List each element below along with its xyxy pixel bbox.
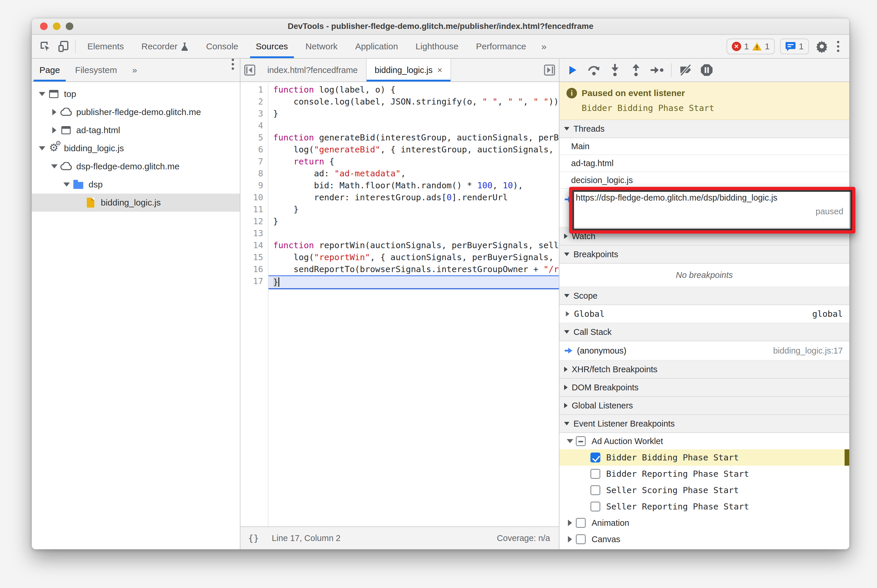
line-number[interactable]: 9 (241, 180, 263, 192)
line-number[interactable]: 6 (241, 144, 263, 156)
tab-lighthouse[interactable]: Lighthouse (407, 35, 467, 58)
checkbox-canvas[interactable] (576, 534, 586, 544)
tab-network[interactable]: Network (297, 35, 346, 58)
code-line[interactable]: log("reportWin", { auctionSignals, perBu… (273, 251, 559, 263)
inspect-element-icon[interactable] (38, 39, 53, 54)
deactivate-breakpoints-icon[interactable] (676, 61, 695, 80)
tab-performance[interactable]: Performance (467, 35, 535, 58)
section-scope[interactable]: Scope (560, 287, 849, 305)
section-threads[interactable]: Threads (560, 120, 849, 138)
section-global-listeners[interactable]: Global Listeners (560, 397, 849, 415)
section-event-listener-breakpoints[interactable]: Event Listener Breakpoints (560, 415, 849, 433)
code-line[interactable]: function reportWin(auctionSignals, perBu… (273, 239, 559, 251)
scroll-tabs-right-icon[interactable] (540, 58, 559, 81)
more-tabs-button[interactable]: » (535, 35, 554, 58)
code-line[interactable]: console.log(label, JSON.stringify(o, " "… (273, 96, 559, 108)
line-number[interactable]: 17 (241, 275, 263, 287)
step-over-icon[interactable] (585, 61, 603, 80)
code-line[interactable]: ad: "ad-metadata", (273, 168, 559, 180)
tab-console[interactable]: Console (197, 35, 247, 58)
line-number[interactable]: 11 (241, 204, 263, 216)
line-number[interactable]: 1 (241, 84, 263, 96)
line-number[interactable]: 7 (241, 156, 263, 168)
tab-sources[interactable]: Sources (247, 35, 297, 58)
thread-ad-tag[interactable]: ad-tag.html (560, 155, 849, 172)
code-line[interactable]: } (273, 108, 559, 120)
line-number[interactable]: 2 (241, 96, 263, 108)
more-navigator-tabs-button[interactable]: » (125, 58, 144, 81)
issues-badge[interactable]: 1 (780, 39, 809, 54)
code-line[interactable]: render: interestGroup.ads[0].renderUrl (273, 192, 559, 204)
tree-item-bidding-logic[interactable]: bidding_logic.js (32, 194, 240, 212)
tab-page[interactable]: Page (32, 58, 68, 81)
chevron-down-icon[interactable] (63, 183, 70, 186)
call-stack-frame[interactable]: (anonymous) bidding_logic.js:17 (560, 341, 849, 361)
code-line[interactable]: sendReportTo(browserSignals.interestGrou… (273, 263, 559, 275)
code-line[interactable]: function log(label, o) { (273, 84, 559, 96)
checkbox-animation[interactable] (576, 518, 586, 528)
code-line[interactable]: return { (273, 156, 559, 168)
editor-tab-bidding-logic[interactable]: bidding_logic.js × (366, 58, 451, 81)
line-number[interactable]: 5 (241, 132, 263, 144)
editor-tab-index-html[interactable]: index.html?fencedframe (259, 58, 366, 81)
chevron-right-icon[interactable] (568, 536, 572, 543)
tab-elements[interactable]: Elements (78, 35, 132, 58)
line-number[interactable]: 13 (241, 227, 263, 239)
device-toolbar-icon[interactable] (56, 39, 71, 54)
line-number[interactable]: 8 (241, 168, 263, 180)
pretty-print-icon[interactable]: {} (248, 533, 259, 543)
code-line[interactable]: } (268, 275, 559, 290)
chevron-down-icon[interactable] (39, 92, 45, 96)
line-number[interactable]: 10 (241, 192, 263, 204)
tree-item-dsp-folder[interactable]: dsp (32, 176, 240, 194)
thread-decision-logic[interactable]: decision_logic.js (560, 172, 849, 189)
tree-item-top[interactable]: top (32, 85, 240, 103)
checkbox-seller-scoring-phase-start[interactable] (590, 485, 600, 495)
code-line[interactable]: } (273, 204, 559, 216)
chevron-right-icon[interactable] (52, 127, 56, 134)
checkbox-bidder-reporting-phase-start[interactable] (590, 469, 600, 479)
chevron-down-icon[interactable] (567, 439, 573, 443)
line-number[interactable]: 14 (241, 239, 263, 251)
code-line[interactable] (273, 227, 559, 239)
chevron-right-icon[interactable] (566, 311, 569, 316)
navigator-menu-icon[interactable] (229, 58, 240, 81)
gutter[interactable]: 1234567891011121314151617 (241, 84, 268, 526)
step-into-icon[interactable] (606, 61, 624, 80)
thread-main[interactable]: Main (560, 138, 849, 155)
tab-recorder[interactable]: Recorder (132, 35, 197, 58)
scroll-tabs-left-icon[interactable] (241, 58, 259, 81)
line-number[interactable]: 3 (241, 108, 263, 120)
resume-script-icon[interactable] (564, 61, 582, 80)
chevron-down-icon[interactable] (51, 164, 57, 168)
tree-item-worklet[interactable]: ⚙⚙ bidding_logic.js (32, 139, 240, 158)
thread-bidding-logic-paused[interactable]: https://dsp-fledge-demo.glitch.me/dsp/bi… (560, 189, 849, 227)
pause-on-exceptions-icon[interactable] (697, 61, 716, 80)
tree-item-publisher-domain[interactable]: publisher-fledge-demo.glitch.me (32, 103, 240, 121)
scope-global-row[interactable]: Global global (560, 305, 849, 323)
code-line[interactable] (273, 120, 559, 132)
line-number[interactable]: 4 (241, 120, 263, 132)
checkbox-bidder-bidding-phase-start[interactable] (590, 453, 600, 462)
section-breakpoints[interactable]: Breakpoints (560, 246, 849, 264)
elb-group-ad-auction-worklet[interactable]: Ad Auction Worklet (560, 433, 849, 449)
code-line[interactable]: bid: Math.floor(Math.random() * 100, 10)… (273, 180, 559, 192)
kebab-menu-icon[interactable] (835, 41, 842, 52)
line-number[interactable]: 12 (241, 216, 263, 227)
code-line[interactable]: function generateBid(interestGroup, auct… (273, 132, 559, 144)
tree-item-dsp-domain[interactable]: dsp-fledge-demo.glitch.me (32, 158, 240, 176)
chevron-down-icon[interactable] (39, 146, 45, 150)
elb-item-bidder-reporting-phase-start[interactable]: Bidder Reporting Phase Start (560, 466, 849, 482)
elb-group-animation[interactable]: Animation (560, 515, 849, 531)
errors-warnings-badge[interactable]: 1 1 (727, 39, 775, 54)
step-out-icon[interactable] (627, 61, 645, 80)
section-xhr-breakpoints[interactable]: XHR/fetch Breakpoints (560, 361, 849, 379)
tab-application[interactable]: Application (346, 35, 407, 58)
code-lines[interactable]: function log(label, o) { console.log(lab… (268, 84, 559, 526)
step-icon[interactable] (648, 61, 666, 80)
section-dom-breakpoints[interactable]: DOM Breakpoints (560, 379, 849, 397)
chevron-right-icon[interactable] (568, 520, 572, 526)
elb-group-canvas[interactable]: Canvas (560, 531, 849, 548)
elb-item-seller-reporting-phase-start[interactable]: Seller Reporting Phase Start (560, 498, 849, 515)
chevron-right-icon[interactable] (52, 109, 56, 116)
